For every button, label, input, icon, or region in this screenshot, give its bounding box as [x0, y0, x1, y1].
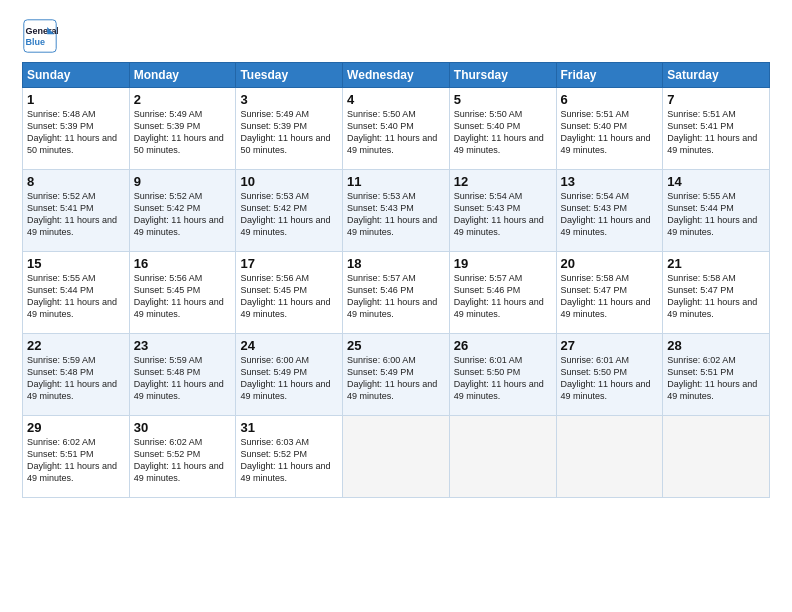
day-info: Sunrise: 6:03 AMSunset: 5:52 PMDaylight:… — [240, 437, 330, 483]
day-number: 18 — [347, 256, 445, 271]
col-header-monday: Monday — [129, 63, 236, 88]
day-number: 4 — [347, 92, 445, 107]
day-cell: 27 Sunrise: 6:01 AMSunset: 5:50 PMDaylig… — [556, 334, 663, 416]
day-number: 2 — [134, 92, 232, 107]
day-info: Sunrise: 6:00 AMSunset: 5:49 PMDaylight:… — [347, 355, 437, 401]
day-cell: 22 Sunrise: 5:59 AMSunset: 5:48 PMDaylig… — [23, 334, 130, 416]
day-number: 5 — [454, 92, 552, 107]
week-row-1: 1 Sunrise: 5:48 AMSunset: 5:39 PMDayligh… — [23, 88, 770, 170]
day-number: 30 — [134, 420, 232, 435]
header: General Blue — [22, 18, 770, 54]
day-info: Sunrise: 5:58 AMSunset: 5:47 PMDaylight:… — [667, 273, 757, 319]
day-cell: 19 Sunrise: 5:57 AMSunset: 5:46 PMDaylig… — [449, 252, 556, 334]
day-info: Sunrise: 5:50 AMSunset: 5:40 PMDaylight:… — [454, 109, 544, 155]
day-number: 31 — [240, 420, 338, 435]
day-number: 14 — [667, 174, 765, 189]
day-number: 27 — [561, 338, 659, 353]
day-cell: 23 Sunrise: 5:59 AMSunset: 5:48 PMDaylig… — [129, 334, 236, 416]
col-header-thursday: Thursday — [449, 63, 556, 88]
day-info: Sunrise: 5:51 AMSunset: 5:40 PMDaylight:… — [561, 109, 651, 155]
col-header-saturday: Saturday — [663, 63, 770, 88]
day-number: 10 — [240, 174, 338, 189]
day-info: Sunrise: 5:53 AMSunset: 5:43 PMDaylight:… — [347, 191, 437, 237]
week-row-5: 29 Sunrise: 6:02 AMSunset: 5:51 PMDaylig… — [23, 416, 770, 498]
logo-icon: General Blue — [22, 18, 58, 54]
col-header-sunday: Sunday — [23, 63, 130, 88]
day-number: 16 — [134, 256, 232, 271]
day-number: 13 — [561, 174, 659, 189]
day-info: Sunrise: 5:59 AMSunset: 5:48 PMDaylight:… — [134, 355, 224, 401]
day-number: 28 — [667, 338, 765, 353]
day-cell: 25 Sunrise: 6:00 AMSunset: 5:49 PMDaylig… — [343, 334, 450, 416]
day-cell: 13 Sunrise: 5:54 AMSunset: 5:43 PMDaylig… — [556, 170, 663, 252]
day-cell: 31 Sunrise: 6:03 AMSunset: 5:52 PMDaylig… — [236, 416, 343, 498]
day-info: Sunrise: 5:49 AMSunset: 5:39 PMDaylight:… — [134, 109, 224, 155]
svg-text:Blue: Blue — [26, 37, 46, 47]
day-cell: 28 Sunrise: 6:02 AMSunset: 5:51 PMDaylig… — [663, 334, 770, 416]
col-header-tuesday: Tuesday — [236, 63, 343, 88]
day-info: Sunrise: 5:56 AMSunset: 5:45 PMDaylight:… — [240, 273, 330, 319]
day-number: 23 — [134, 338, 232, 353]
day-cell — [663, 416, 770, 498]
day-cell: 1 Sunrise: 5:48 AMSunset: 5:39 PMDayligh… — [23, 88, 130, 170]
logo: General Blue — [22, 18, 58, 54]
header-row: SundayMondayTuesdayWednesdayThursdayFrid… — [23, 63, 770, 88]
day-number: 19 — [454, 256, 552, 271]
day-info: Sunrise: 5:50 AMSunset: 5:40 PMDaylight:… — [347, 109, 437, 155]
day-info: Sunrise: 6:00 AMSunset: 5:49 PMDaylight:… — [240, 355, 330, 401]
day-cell: 8 Sunrise: 5:52 AMSunset: 5:41 PMDayligh… — [23, 170, 130, 252]
day-number: 24 — [240, 338, 338, 353]
page: General Blue SundayMondayTuesdayWednesda… — [0, 0, 792, 612]
day-info: Sunrise: 5:53 AMSunset: 5:42 PMDaylight:… — [240, 191, 330, 237]
day-cell: 18 Sunrise: 5:57 AMSunset: 5:46 PMDaylig… — [343, 252, 450, 334]
day-cell — [556, 416, 663, 498]
day-number: 12 — [454, 174, 552, 189]
day-number: 22 — [27, 338, 125, 353]
day-cell: 5 Sunrise: 5:50 AMSunset: 5:40 PMDayligh… — [449, 88, 556, 170]
day-info: Sunrise: 5:54 AMSunset: 5:43 PMDaylight:… — [561, 191, 651, 237]
day-info: Sunrise: 5:55 AMSunset: 5:44 PMDaylight:… — [27, 273, 117, 319]
day-number: 15 — [27, 256, 125, 271]
day-info: Sunrise: 5:56 AMSunset: 5:45 PMDaylight:… — [134, 273, 224, 319]
day-info: Sunrise: 5:51 AMSunset: 5:41 PMDaylight:… — [667, 109, 757, 155]
day-info: Sunrise: 5:55 AMSunset: 5:44 PMDaylight:… — [667, 191, 757, 237]
day-number: 7 — [667, 92, 765, 107]
day-cell: 15 Sunrise: 5:55 AMSunset: 5:44 PMDaylig… — [23, 252, 130, 334]
day-number: 3 — [240, 92, 338, 107]
day-number: 29 — [27, 420, 125, 435]
day-cell: 9 Sunrise: 5:52 AMSunset: 5:42 PMDayligh… — [129, 170, 236, 252]
day-info: Sunrise: 5:48 AMSunset: 5:39 PMDaylight:… — [27, 109, 117, 155]
day-info: Sunrise: 6:01 AMSunset: 5:50 PMDaylight:… — [454, 355, 544, 401]
day-info: Sunrise: 6:02 AMSunset: 5:52 PMDaylight:… — [134, 437, 224, 483]
day-number: 25 — [347, 338, 445, 353]
day-number: 11 — [347, 174, 445, 189]
day-cell: 21 Sunrise: 5:58 AMSunset: 5:47 PMDaylig… — [663, 252, 770, 334]
day-cell: 20 Sunrise: 5:58 AMSunset: 5:47 PMDaylig… — [556, 252, 663, 334]
col-header-friday: Friday — [556, 63, 663, 88]
day-number: 1 — [27, 92, 125, 107]
day-info: Sunrise: 6:02 AMSunset: 5:51 PMDaylight:… — [27, 437, 117, 483]
day-number: 8 — [27, 174, 125, 189]
day-cell: 24 Sunrise: 6:00 AMSunset: 5:49 PMDaylig… — [236, 334, 343, 416]
day-cell: 4 Sunrise: 5:50 AMSunset: 5:40 PMDayligh… — [343, 88, 450, 170]
day-number: 6 — [561, 92, 659, 107]
day-number: 20 — [561, 256, 659, 271]
day-cell: 3 Sunrise: 5:49 AMSunset: 5:39 PMDayligh… — [236, 88, 343, 170]
svg-text:General: General — [26, 26, 58, 36]
col-header-wednesday: Wednesday — [343, 63, 450, 88]
day-cell: 30 Sunrise: 6:02 AMSunset: 5:52 PMDaylig… — [129, 416, 236, 498]
day-number: 9 — [134, 174, 232, 189]
day-number: 26 — [454, 338, 552, 353]
day-cell: 7 Sunrise: 5:51 AMSunset: 5:41 PMDayligh… — [663, 88, 770, 170]
day-cell — [449, 416, 556, 498]
day-info: Sunrise: 6:02 AMSunset: 5:51 PMDaylight:… — [667, 355, 757, 401]
day-info: Sunrise: 5:58 AMSunset: 5:47 PMDaylight:… — [561, 273, 651, 319]
day-info: Sunrise: 5:54 AMSunset: 5:43 PMDaylight:… — [454, 191, 544, 237]
day-cell: 11 Sunrise: 5:53 AMSunset: 5:43 PMDaylig… — [343, 170, 450, 252]
day-info: Sunrise: 5:59 AMSunset: 5:48 PMDaylight:… — [27, 355, 117, 401]
day-info: Sunrise: 5:52 AMSunset: 5:41 PMDaylight:… — [27, 191, 117, 237]
day-cell: 16 Sunrise: 5:56 AMSunset: 5:45 PMDaylig… — [129, 252, 236, 334]
day-number: 17 — [240, 256, 338, 271]
week-row-3: 15 Sunrise: 5:55 AMSunset: 5:44 PMDaylig… — [23, 252, 770, 334]
day-cell: 10 Sunrise: 5:53 AMSunset: 5:42 PMDaylig… — [236, 170, 343, 252]
